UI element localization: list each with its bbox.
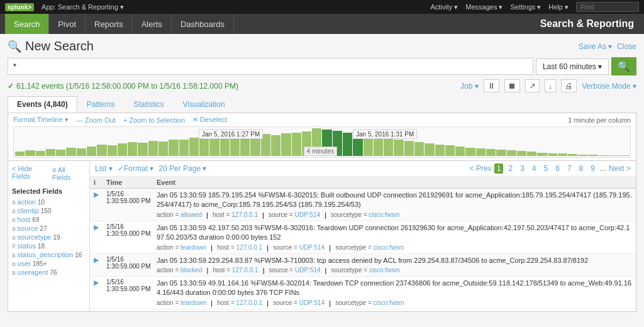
next-page-button[interactable]: Next > [609, 164, 631, 173]
hide-fields-button[interactable]: < Hide Fields [12, 165, 52, 180]
activity-menu[interactable]: Activity ▾ [430, 3, 458, 11]
nav-reports[interactable]: Reports [86, 14, 133, 34]
sidebar-field-source[interactable]: a source 27 [12, 224, 86, 233]
pause-button[interactable]: ⏸ [484, 79, 499, 92]
col-i-header: i [94, 179, 106, 186]
stop-button[interactable]: ⏹ [504, 79, 520, 92]
event-expand-4[interactable]: ▶ [94, 279, 106, 287]
timeline-section: Format Timeline ▾ — Zoom Out + Zoom to S… [8, 113, 636, 161]
page-3-button[interactable]: 3 [518, 164, 527, 174]
results-body: List ▾ ✓Format ▾ 20 Per Page ▾ < Prev 1 … [90, 161, 636, 311]
print-button[interactable]: 🖨 [561, 79, 577, 92]
status-text: ✓ 61,142 events (1/5/16 12:58:00.000 PM … [8, 82, 238, 91]
nav-search[interactable]: Search [5, 14, 49, 34]
all-fields-button[interactable]: ≡ All Fields [52, 166, 86, 181]
event-expand-2[interactable]: ▶ [94, 223, 106, 231]
search-header: 🔍 New Search Save As ▾ Close [8, 39, 636, 53]
tab-statistics[interactable]: Statistics [124, 96, 173, 113]
job-button[interactable]: Job ▾ [460, 82, 479, 91]
page-2-button[interactable]: 2 [506, 164, 515, 174]
event-time-3: 1/5/16 1:30:59.000 PM [106, 256, 157, 270]
sidebar-field-clientip[interactable]: a clientip 150 [12, 206, 86, 215]
list-format-button[interactable]: List ▾ [95, 164, 113, 173]
settings-menu[interactable]: Settings ▾ [511, 3, 541, 11]
top-nav-bar: splunk> App: Search & Reporting ▾ Activi… [0, 0, 644, 14]
brand-label: Search & Reporting [540, 18, 639, 30]
event-time-4: 1/5/16 1:30:59.000 PM [106, 279, 157, 292]
page-8-button[interactable]: 8 [577, 164, 586, 174]
tab-patterns[interactable]: Patterns [77, 96, 125, 113]
find-input[interactable] [576, 2, 639, 12]
per-page-button[interactable]: 20 Per Page ▾ [158, 164, 206, 173]
close-button[interactable]: Close [617, 42, 636, 51]
event-time-1: 1/5/16 1:30:59.000 PM [106, 191, 157, 204]
event-expand-1[interactable]: ▶ [94, 191, 106, 199]
app-label[interactable]: App: Search & Reporting ▾ [42, 3, 124, 11]
search-bar: Last 60 minutes ▾ 🔍 [8, 57, 636, 75]
page-4-button[interactable]: 4 [530, 164, 539, 174]
events-table-header: i Time Event [90, 177, 636, 189]
event-content-2: Jan 05 13:30:59 42.197.50.203 %FWSM-6-30… [157, 223, 632, 252]
page-5-button[interactable]: 5 [541, 164, 551, 174]
zoom-to-selection-button[interactable]: + Zoom to Selection [123, 116, 185, 124]
fields-sidebar: < Hide Fields ≡ All Fields Selected Fiel… [8, 161, 90, 311]
nav-alerts[interactable]: Alerts [133, 14, 172, 34]
timeline-chart[interactable]: Jan 5, 2016 1:27 PM Jan 5, 2016 1:31 PM … [13, 126, 631, 158]
list-controls-left: List ▾ ✓Format ▾ 20 Per Page ▾ [95, 164, 206, 173]
main-content: 🔍 New Search Save As ▾ Close Last 60 min… [0, 34, 644, 327]
page-1-button[interactable]: 1 [494, 164, 504, 174]
status-actions: Job ▾ ⏸ ⏹ ↗ ↓ 🖨 Verbose Mode ▾ [460, 79, 636, 92]
event-row-2: ▶ 1/5/16 1:30:59.000 PM Jan 05 13:30:59 … [90, 221, 636, 254]
splunk-logo: splunk> [5, 3, 34, 11]
page-9-button[interactable]: 9 [588, 164, 597, 174]
event-content-1: Jan 05 13:30:59 185.79.195.254 %FWSM-6-3… [157, 191, 632, 219]
time-range-picker[interactable]: Last 60 minutes ▾ [536, 58, 609, 75]
sidebar-field-user[interactable]: a user 185+ [12, 259, 86, 268]
col-event-header: Event [157, 179, 632, 186]
sidebar-field-action[interactable]: a action 10 [12, 197, 86, 206]
page-7-button[interactable]: 7 [565, 164, 574, 174]
format-button[interactable]: ✓Format ▾ [118, 164, 153, 173]
format-timeline-button[interactable]: Format Timeline ▾ [13, 116, 69, 124]
timeline-controls: Format Timeline ▾ — Zoom Out + Zoom to S… [13, 116, 631, 124]
download-button[interactable]: ↓ [545, 79, 557, 92]
page-6-button[interactable]: 6 [553, 164, 562, 174]
event-time-2: 1/5/16 1:30:59.000 PM [106, 223, 157, 237]
timeline-label-right: Jan 5, 2016 1:31 PM [353, 130, 417, 139]
top-nav-right: Activity ▾ Messages ▾ Settings ▾ Help ▾ [430, 2, 639, 12]
header-actions: Save As ▾ Close [579, 42, 636, 51]
timeline-label-left: Jan 5, 2016 1:27 PM [199, 130, 263, 139]
event-row-1: ▶ 1/5/16 1:30:59.000 PM Jan 05 13:30:59 … [90, 189, 636, 221]
event-expand-3[interactable]: ▶ [94, 256, 106, 264]
sidebar-field-useragent[interactable]: a useragent 76 [12, 268, 86, 277]
verbose-mode-button[interactable]: Verbose Mode ▾ [582, 82, 636, 91]
selected-fields-list: a action 10a clientip 150a host 69a sour… [12, 197, 86, 277]
deselect-button[interactable]: ✕ Deselect [192, 116, 227, 124]
selected-fields-label: Selected Fields [12, 187, 86, 195]
sidebar-field-host[interactable]: a host 69 [12, 215, 86, 224]
share-button[interactable]: ↗ [525, 79, 540, 92]
help-menu[interactable]: Help ▾ [548, 3, 569, 11]
event-row-4: ▶ 1/5/16 1:30:59.000 PM Jan 05 13:30:59 … [90, 277, 636, 309]
tab-events[interactable]: Events (4,840) [8, 96, 77, 113]
nav-dashboards[interactable]: Dashboards [172, 14, 234, 34]
messages-menu[interactable]: Messages ▾ [465, 3, 502, 11]
prev-page-button[interactable]: < Prev [470, 164, 492, 173]
main-nav: Search Pivot Reports Alerts Dashboards S… [0, 14, 644, 34]
sidebar-field-status_description[interactable]: a status_description 16 [12, 250, 86, 259]
event-content-4: Jan 05 13:30:59 49.91.164.16 %FWSM-6-302… [157, 279, 632, 307]
search-icon: 🔍 [8, 40, 21, 53]
timeline-duration: 4 minutes [304, 147, 337, 156]
run-search-button[interactable]: 🔍 [611, 57, 636, 75]
search-input[interactable] [8, 58, 533, 75]
result-tabs: Events (4,840) Patterns Statistics Visua… [8, 96, 636, 113]
nav-pivot[interactable]: Pivot [49, 14, 86, 34]
col-time-header: Time [106, 179, 157, 186]
list-controls: List ▾ ✓Format ▾ 20 Per Page ▾ < Prev 1 … [90, 161, 636, 177]
zoom-out-button[interactable]: — Zoom Out [76, 116, 116, 124]
save-as-button[interactable]: Save As ▾ [579, 42, 612, 51]
sidebar-field-sourcetype[interactable]: a sourcetype 19 [12, 233, 86, 241]
sidebar-field-status[interactable]: # status 18 [12, 241, 86, 250]
tab-visualization[interactable]: Visualization [173, 96, 234, 113]
event-row-3: ▶ 1/5/16 1:30:59.000 PM Jan 05 13:30:59 … [90, 254, 636, 277]
